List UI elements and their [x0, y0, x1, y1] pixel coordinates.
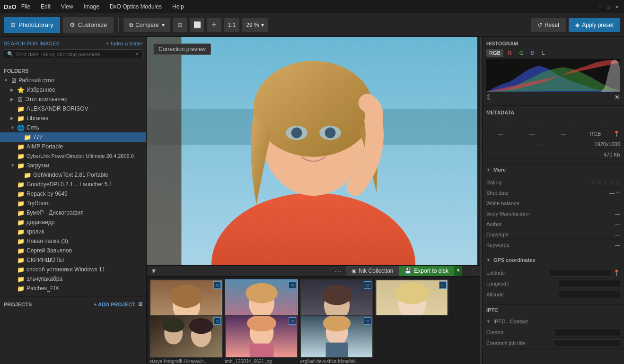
meta-cell-1b: — — [521, 121, 552, 126]
folder-elchupakabra[interactable]: 📁 эльчупакабра — [0, 274, 146, 284]
altitude-input[interactable] — [559, 291, 620, 298]
thumbnail-7[interactable]: ⊡ vzgliad-devushka-blondink... — [300, 315, 373, 364]
thumb-img-2 — [225, 279, 298, 315]
star-4[interactable]: ☆ — [609, 179, 614, 186]
star-rating[interactable]: ☆ ☆ ☆ ☆ ☆ — [590, 179, 620, 186]
iptc-title: IPTC — [486, 307, 498, 313]
reset-label: Reset — [545, 22, 559, 28]
thumbnail-6[interactable]: ⊡ tmb_126034_6621.jpg — [225, 315, 298, 364]
meta-cell-1a: — — [486, 121, 517, 126]
job-title-input[interactable] — [554, 339, 620, 347]
shadow-icon[interactable]: ☾ — [486, 93, 493, 102]
thumbnail-5[interactable]: ⊡ starye-fotografii-i-krasavic... — [149, 315, 223, 364]
folder-libraries[interactable]: ▶ 📁 Libraries — [0, 113, 146, 123]
latitude-input[interactable] — [550, 269, 611, 277]
reset-button[interactable]: ↺ Reset — [531, 18, 566, 32]
export-dropdown-button[interactable]: ▾ — [454, 266, 462, 276]
folder-novaya[interactable]: 📁 Новая папка (3) — [0, 236, 146, 246]
search-clear-icon[interactable]: ✕ — [135, 51, 139, 57]
thumb-img-1 — [149, 279, 223, 315]
panel-resize-handle[interactable]: ⋮ — [477, 37, 480, 265]
star-5[interactable]: ☆ — [615, 179, 620, 186]
menu-edit[interactable]: Edit — [39, 2, 53, 11]
folder-repack[interactable]: 📁 Repack by 9649 — [0, 189, 146, 199]
photolibrary-tab[interactable]: ⊞ PhotoLibrary — [4, 17, 60, 33]
hist-tab-rgb[interactable]: RGB — [486, 49, 503, 57]
index-folder-link[interactable]: + Index a folder — [106, 41, 142, 46]
filmstrip-more-icon[interactable]: ⋯ — [334, 267, 342, 276]
star-2[interactable]: ☆ — [597, 179, 602, 186]
folder-bumer[interactable]: 📁 БумеР - Дискография — [0, 208, 146, 217]
folder-zagruzki[interactable]: ▼ 📁 Загрузки — [0, 161, 146, 170]
maximize-button[interactable]: □ — [605, 3, 612, 10]
menu-dxo-optics[interactable]: DxO Optics Modules — [108, 2, 164, 11]
projects-menu-icon[interactable]: ⊞ — [138, 301, 142, 307]
longitude-input[interactable] — [559, 280, 620, 287]
hist-tab-b[interactable]: B — [528, 49, 537, 57]
folder-krolik[interactable]: 📁 кролик — [0, 227, 146, 236]
hist-tab-l[interactable]: L — [539, 49, 548, 57]
menu-file[interactable]: File — [19, 2, 32, 11]
creator-key: Creator — [486, 329, 554, 335]
customize-tab[interactable]: ⚙ Customize — [63, 17, 114, 33]
keywords-key: Keywords — [486, 242, 615, 248]
folder-tryroom[interactable]: 📁 TryRoom — [0, 199, 146, 208]
copyright-value: — — [615, 232, 620, 237]
grid-view-button[interactable]: ⊟ — [173, 18, 187, 32]
minimize-button[interactable]: − — [597, 3, 603, 10]
gps-locate-icon[interactable]: 📍 — [613, 269, 620, 276]
move-tool-button[interactable]: ✛ — [207, 18, 221, 32]
export-to-disk-button[interactable]: 💾 Export to disk — [399, 266, 454, 276]
gps-header[interactable]: ▼ GPS coordinates — [483, 254, 624, 266]
filmstrip-side-handle[interactable]: ⋮ — [470, 267, 476, 275]
thumbnail-4[interactable]: ⊡ portrait-blonde-simone-bo... — [375, 279, 448, 315]
gps-section: ▼ GPS coordinates Latitude 📍 Longitude A… — [483, 254, 624, 304]
gps-expand-arrow: ▼ — [486, 258, 491, 262]
folder-set[interactable]: ▼ 🌐 Сеть — [0, 123, 146, 132]
svg-point-10 — [325, 128, 336, 139]
folder-sposob[interactable]: 📁 способ установки Windows 11 — [0, 265, 146, 274]
highlight-icon[interactable]: ☀ — [614, 93, 620, 102]
split-view-button[interactable]: ⬜ — [190, 18, 204, 32]
folder-patches[interactable]: 📁 Patches_FIX — [0, 284, 146, 293]
folder-777[interactable]: 📁 777 — [0, 132, 146, 142]
favorite-icon: ⭐ — [17, 87, 25, 94]
thumbnail-3[interactable]: ⊡ devushka-litso-milaia-vzgli... — [300, 279, 373, 315]
folder-izbrannoe[interactable]: ▶ ⭐ Избранное — [0, 85, 146, 95]
folder-aimp[interactable]: 📁 AIMP Portable — [0, 142, 146, 151]
filmstrip-toolbar: ▼ ⋯ ◉ Nik Collection 💾 Export to disk ▾ — [147, 266, 480, 277]
pin-icon[interactable]: 📍 — [613, 130, 620, 137]
apply-preset-button[interactable]: ◈ Apply preset — [569, 18, 620, 32]
iptc-contact-header[interactable]: ▼ IPTC - Contact — [483, 316, 624, 327]
filmstrip-images: ⊡ 640245_devushka_devushki... ⊡ christop… — [147, 277, 480, 315]
filter-icon[interactable]: ▼ — [150, 267, 157, 275]
folder-goodbyedpi[interactable]: 📁 GoodbyeDPI.0.2.1....Launcher.5.1 — [0, 180, 146, 189]
folder-skrinshotу[interactable]: 📁 СКРИНШОТЫ — [0, 255, 146, 265]
gps-row-longitude: Longitude — [486, 278, 620, 289]
thumbnail-2[interactable]: ⊡ christopher-rankin-devushk... — [225, 279, 298, 315]
folder-getwindow[interactable]: 📁 GetWindowText 2.81 Portable — [0, 170, 146, 180]
creator-input[interactable] — [554, 329, 620, 336]
nik-collection-button[interactable]: ◉ Nik Collection — [346, 266, 399, 276]
folder-sergey[interactable]: 📁 Сергей Завьялов — [0, 246, 146, 255]
menu-image[interactable]: Image — [82, 2, 101, 11]
star-1[interactable]: ☆ — [590, 179, 596, 186]
menu-view[interactable]: View — [59, 2, 75, 11]
star-3[interactable]: ☆ — [603, 179, 608, 186]
zoom-percent-display[interactable]: 29 % ▾ — [242, 18, 267, 32]
folder-aleksandr[interactable]: 📁 ALEKSANDR BORISOV — [0, 104, 146, 113]
close-button[interactable]: ✕ — [614, 3, 620, 10]
hist-tab-g[interactable]: G — [517, 49, 527, 57]
folder-dodaka[interactable]: 📁 додакаедр — [0, 217, 146, 227]
folder-this-pc[interactable]: ▶ 🖥 Этот компьютер — [0, 95, 146, 104]
hist-tab-r[interactable]: R — [505, 49, 515, 57]
search-input[interactable] — [16, 52, 132, 57]
compare-button[interactable]: ⧉ Compare ▾ — [123, 18, 170, 32]
thumbnail-1[interactable]: ⊡ 640245_devushka_devushki... — [149, 279, 223, 315]
menu-help[interactable]: Help — [170, 2, 186, 11]
folder-rabochiy[interactable]: ▼ 🖥 Рабочий стол — [0, 76, 146, 85]
shotdate-edit-icon[interactable]: ✏ — [616, 190, 620, 195]
folder-cyberlink[interactable]: 📁 CyberLink PowerDirector Ultimate 20.4.… — [0, 151, 146, 161]
more-header[interactable]: ▼ More — [483, 164, 624, 175]
add-project-link[interactable]: + Add project — [94, 302, 135, 307]
